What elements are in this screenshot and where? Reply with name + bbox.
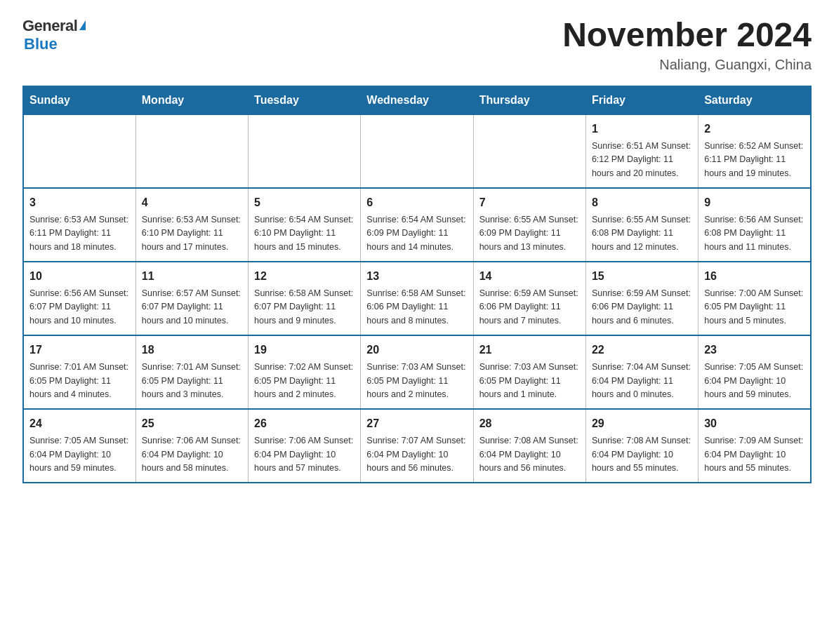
day-header-thursday: Thursday: [473, 86, 585, 114]
calendar-header-row: SundayMondayTuesdayWednesdayThursdayFrid…: [23, 86, 811, 114]
day-info: Sunrise: 6:52 AM Sunset: 6:11 PM Dayligh…: [704, 140, 805, 180]
logo: General Blue: [22, 17, 86, 53]
day-number: 7: [479, 194, 580, 211]
day-number: 1: [592, 121, 692, 137]
main-title: November 2024: [562, 17, 812, 54]
day-info: Sunrise: 7:03 AM Sunset: 6:05 PM Dayligh…: [479, 361, 580, 401]
day-info: Sunrise: 7:06 AM Sunset: 6:04 PM Dayligh…: [254, 434, 355, 475]
day-header-monday: Monday: [135, 86, 248, 114]
day-number: 29: [592, 415, 692, 432]
calendar-week-1: 1Sunrise: 6:51 AM Sunset: 6:12 PM Daylig…: [23, 114, 811, 188]
day-info: Sunrise: 7:05 AM Sunset: 6:04 PM Dayligh…: [704, 361, 805, 401]
day-number: 13: [366, 268, 467, 285]
day-info: Sunrise: 7:01 AM Sunset: 6:05 PM Dayligh…: [29, 361, 130, 401]
day-number: 15: [592, 268, 692, 285]
day-number: 11: [142, 268, 242, 285]
day-number: 24: [29, 415, 130, 432]
calendar-cell: 21Sunrise: 7:03 AM Sunset: 6:05 PM Dayli…: [473, 335, 585, 409]
day-number: 16: [704, 268, 805, 285]
calendar-cell: [249, 114, 361, 188]
day-number: 25: [142, 415, 242, 432]
day-info: Sunrise: 7:09 AM Sunset: 6:04 PM Dayligh…: [704, 434, 805, 475]
calendar-cell: 25Sunrise: 7:06 AM Sunset: 6:04 PM Dayli…: [135, 409, 248, 483]
day-number: 23: [704, 342, 805, 358]
day-info: Sunrise: 6:59 AM Sunset: 6:06 PM Dayligh…: [479, 287, 580, 328]
day-info: Sunrise: 7:06 AM Sunset: 6:04 PM Dayligh…: [142, 434, 242, 475]
day-header-friday: Friday: [585, 86, 698, 114]
calendar-cell: 29Sunrise: 7:08 AM Sunset: 6:04 PM Dayli…: [585, 409, 698, 483]
calendar-week-2: 3Sunrise: 6:53 AM Sunset: 6:11 PM Daylig…: [23, 188, 811, 262]
calendar-cell: 9Sunrise: 6:56 AM Sunset: 6:08 PM Daylig…: [699, 188, 811, 262]
day-info: Sunrise: 6:51 AM Sunset: 6:12 PM Dayligh…: [592, 140, 692, 180]
day-number: 12: [254, 268, 355, 285]
day-number: 20: [366, 342, 467, 358]
calendar-cell: 10Sunrise: 6:56 AM Sunset: 6:07 PM Dayli…: [23, 262, 135, 335]
day-number: 2: [704, 121, 805, 137]
calendar-cell: 1Sunrise: 6:51 AM Sunset: 6:12 PM Daylig…: [585, 114, 698, 188]
day-info: Sunrise: 7:04 AM Sunset: 6:04 PM Dayligh…: [592, 361, 692, 401]
calendar-week-4: 17Sunrise: 7:01 AM Sunset: 6:05 PM Dayli…: [23, 335, 811, 409]
day-number: 3: [29, 194, 130, 211]
calendar-cell: 16Sunrise: 7:00 AM Sunset: 6:05 PM Dayli…: [699, 262, 811, 335]
day-number: 17: [29, 342, 130, 358]
day-header-sunday: Sunday: [23, 86, 135, 114]
calendar-cell: 24Sunrise: 7:05 AM Sunset: 6:04 PM Dayli…: [23, 409, 135, 483]
day-info: Sunrise: 6:54 AM Sunset: 6:10 PM Dayligh…: [254, 213, 355, 254]
day-info: Sunrise: 6:53 AM Sunset: 6:10 PM Dayligh…: [142, 213, 242, 254]
day-number: 14: [479, 268, 580, 285]
calendar-cell: 3Sunrise: 6:53 AM Sunset: 6:11 PM Daylig…: [23, 188, 135, 262]
day-info: Sunrise: 6:57 AM Sunset: 6:07 PM Dayligh…: [142, 287, 242, 328]
day-number: 5: [254, 194, 355, 211]
calendar-cell: 23Sunrise: 7:05 AM Sunset: 6:04 PM Dayli…: [699, 335, 811, 409]
calendar-cell: 2Sunrise: 6:52 AM Sunset: 6:11 PM Daylig…: [699, 114, 811, 188]
day-info: Sunrise: 6:58 AM Sunset: 6:06 PM Dayligh…: [366, 287, 467, 328]
day-info: Sunrise: 7:08 AM Sunset: 6:04 PM Dayligh…: [592, 434, 692, 475]
day-number: 9: [704, 194, 805, 211]
calendar-cell: 12Sunrise: 6:58 AM Sunset: 6:07 PM Dayli…: [249, 262, 361, 335]
calendar-cell: 11Sunrise: 6:57 AM Sunset: 6:07 PM Dayli…: [135, 262, 248, 335]
day-info: Sunrise: 6:54 AM Sunset: 6:09 PM Dayligh…: [366, 213, 467, 254]
calendar-cell: 27Sunrise: 7:07 AM Sunset: 6:04 PM Dayli…: [361, 409, 473, 483]
day-number: 22: [592, 342, 692, 358]
calendar-cell: [361, 114, 473, 188]
calendar-cell: 22Sunrise: 7:04 AM Sunset: 6:04 PM Dayli…: [585, 335, 698, 409]
header: General Blue November 2024 Naliang, Guan…: [22, 17, 812, 73]
calendar-cell: 18Sunrise: 7:01 AM Sunset: 6:05 PM Dayli…: [135, 335, 248, 409]
calendar-cell: 26Sunrise: 7:06 AM Sunset: 6:04 PM Dayli…: [249, 409, 361, 483]
calendar-week-3: 10Sunrise: 6:56 AM Sunset: 6:07 PM Dayli…: [23, 262, 811, 335]
logo-general: General: [22, 17, 77, 35]
calendar-cell: 13Sunrise: 6:58 AM Sunset: 6:06 PM Dayli…: [361, 262, 473, 335]
calendar-cell: 20Sunrise: 7:03 AM Sunset: 6:05 PM Dayli…: [361, 335, 473, 409]
day-number: 21: [479, 342, 580, 358]
calendar-cell: [473, 114, 585, 188]
day-info: Sunrise: 7:00 AM Sunset: 6:05 PM Dayligh…: [704, 287, 805, 328]
day-info: Sunrise: 6:55 AM Sunset: 6:09 PM Dayligh…: [479, 213, 580, 254]
calendar-cell: [135, 114, 248, 188]
calendar-cell: 4Sunrise: 6:53 AM Sunset: 6:10 PM Daylig…: [135, 188, 248, 262]
day-number: 28: [479, 415, 580, 432]
day-info: Sunrise: 7:07 AM Sunset: 6:04 PM Dayligh…: [366, 434, 467, 475]
title-area: November 2024 Naliang, Guangxi, China: [562, 17, 812, 73]
day-number: 26: [254, 415, 355, 432]
calendar-cell: 17Sunrise: 7:01 AM Sunset: 6:05 PM Dayli…: [23, 335, 135, 409]
calendar-cell: 6Sunrise: 6:54 AM Sunset: 6:09 PM Daylig…: [361, 188, 473, 262]
calendar-cell: 15Sunrise: 6:59 AM Sunset: 6:06 PM Dayli…: [585, 262, 698, 335]
day-number: 10: [29, 268, 130, 285]
day-header-saturday: Saturday: [699, 86, 811, 114]
calendar-cell: 19Sunrise: 7:02 AM Sunset: 6:05 PM Dayli…: [249, 335, 361, 409]
calendar-cell: 7Sunrise: 6:55 AM Sunset: 6:09 PM Daylig…: [473, 188, 585, 262]
calendar-table: SundayMondayTuesdayWednesdayThursdayFrid…: [22, 86, 812, 484]
day-number: 27: [366, 415, 467, 432]
day-info: Sunrise: 6:56 AM Sunset: 6:07 PM Dayligh…: [29, 287, 130, 328]
day-number: 18: [142, 342, 242, 358]
calendar-week-5: 24Sunrise: 7:05 AM Sunset: 6:04 PM Dayli…: [23, 409, 811, 483]
day-info: Sunrise: 7:01 AM Sunset: 6:05 PM Dayligh…: [142, 361, 242, 401]
day-info: Sunrise: 7:05 AM Sunset: 6:04 PM Dayligh…: [29, 434, 130, 475]
calendar-cell: [23, 114, 135, 188]
calendar-cell: 28Sunrise: 7:08 AM Sunset: 6:04 PM Dayli…: [473, 409, 585, 483]
calendar-cell: 5Sunrise: 6:54 AM Sunset: 6:10 PM Daylig…: [249, 188, 361, 262]
day-number: 6: [366, 194, 467, 211]
day-header-wednesday: Wednesday: [361, 86, 473, 114]
day-number: 19: [254, 342, 355, 358]
day-info: Sunrise: 6:59 AM Sunset: 6:06 PM Dayligh…: [592, 287, 692, 328]
